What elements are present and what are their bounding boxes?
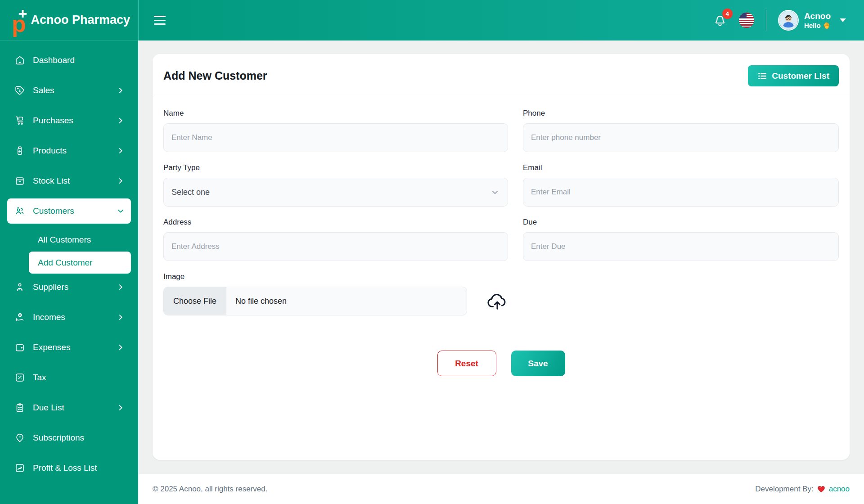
box-icon: [14, 176, 25, 186]
tag-icon: $: [14, 85, 25, 96]
chevron-right-icon: [117, 147, 125, 155]
heart-icon: [817, 485, 826, 494]
topbar-right: 4: [713, 10, 846, 31]
coin-hand-icon: $: [14, 312, 25, 323]
file-status: No file chosen: [226, 287, 296, 315]
copyright-text: © 2025 Acnoo, all rights reserved.: [153, 485, 267, 494]
page-title: Add New Customer: [163, 69, 267, 82]
choose-file-button[interactable]: Choose File: [164, 287, 226, 315]
email-input[interactable]: [523, 178, 839, 207]
party-type-value: Select one: [171, 188, 210, 197]
app-window: p + Acnoo Pharmacy Dashboard$SalesPurcha…: [0, 0, 864, 504]
save-button[interactable]: Save: [511, 351, 565, 376]
sidebar-item-label: Products: [33, 146, 67, 156]
sidebar-item-dashboard[interactable]: Dashboard: [7, 48, 131, 73]
language-flag-us-icon[interactable]: [739, 13, 754, 28]
sidebar-item-label: Dashboard: [33, 55, 75, 65]
user-name: Acnoo: [804, 11, 831, 22]
pin-tag-icon: [14, 432, 25, 443]
party-type-select[interactable]: Select one: [163, 178, 508, 207]
address-input[interactable]: [163, 232, 508, 261]
email-field-group: Email: [523, 163, 839, 207]
acnoo-logo-icon: p +: [12, 8, 26, 33]
sidebar-item-suppliers[interactable]: Suppliers: [7, 274, 131, 300]
sidebar-subitem-all-customers[interactable]: All Customers: [29, 229, 131, 251]
home-icon: [14, 55, 25, 66]
brand-name: Acnoo Pharmacy: [31, 13, 130, 27]
svg-text:$: $: [19, 314, 21, 317]
due-field-group: Due: [523, 218, 839, 261]
add-customer-card: Add New Customer Customer List Name: [153, 54, 850, 460]
sidebar-item-customers[interactable]: Customers: [7, 198, 131, 224]
sidebar-item-profit-loss-list[interactable]: Profit & Loss List: [7, 455, 131, 481]
chevron-right-icon: [117, 86, 125, 94]
name-label: Name: [163, 109, 508, 118]
card-header: Add New Customer Customer List: [153, 54, 850, 97]
party-type-label: Party Type: [163, 163, 508, 172]
chevron-right-icon: [117, 117, 125, 125]
trolley-icon: [14, 115, 25, 126]
sidebar-item-label: Suppliers: [33, 282, 68, 292]
sidebar-item-expenses[interactable]: Expenses: [7, 335, 131, 360]
sidebar-item-label: Expenses: [33, 342, 70, 352]
footer: © 2025 Acnoo, all rights reserved. Devel…: [138, 474, 864, 504]
reset-button[interactable]: Reset: [437, 351, 496, 376]
form-actions: Reset Save: [163, 351, 839, 376]
sidebar-item-label: Tax: [33, 373, 46, 382]
svg-text:$: $: [19, 89, 21, 93]
address-label: Address: [163, 218, 508, 227]
development-by-text: Development By:: [755, 485, 813, 494]
bottle-icon: [14, 145, 25, 156]
sidebar: p + Acnoo Pharmacy Dashboard$SalesPurcha…: [0, 0, 138, 504]
sidebar-item-purchases[interactable]: Purchases: [7, 108, 131, 133]
hamburger-menu-icon[interactable]: [151, 13, 168, 27]
due-input[interactable]: [523, 232, 839, 261]
chevron-down-icon: [117, 207, 125, 215]
file-input[interactable]: Choose File No file chosen: [163, 287, 467, 315]
wave-hand-icon: [822, 21, 831, 30]
avatar: [778, 10, 799, 31]
chevron-right-icon: [117, 343, 125, 351]
user-menu[interactable]: Acnoo Hello: [778, 10, 846, 31]
customer-list-button[interactable]: Customer List: [748, 65, 839, 86]
name-input[interactable]: [163, 123, 508, 152]
sidebar-item-sales[interactable]: $Sales: [7, 78, 131, 103]
party-type-field-group: Party Type Select one: [163, 163, 508, 207]
phone-label: Phone: [523, 109, 839, 118]
sidebar-subitem-add-customer[interactable]: Add Customer: [29, 252, 131, 274]
developer-link[interactable]: acnoo: [829, 485, 850, 494]
phone-field-group: Phone: [523, 109, 839, 152]
chevron-right-icon: [117, 313, 125, 321]
content-column: 4: [138, 0, 864, 504]
cloud-upload-icon[interactable]: [486, 290, 508, 312]
users-icon: [14, 206, 25, 216]
address-field-group: Address: [163, 218, 508, 261]
sidebar-nav: Dashboard$SalesPurchasesProductsStock Li…: [0, 40, 138, 504]
sidebar-item-subscriptions[interactable]: Subscriptions: [7, 425, 131, 450]
topbar: 4: [138, 0, 864, 40]
phone-input[interactable]: [523, 123, 839, 152]
sidebar-item-incomes[interactable]: $Incomes: [7, 305, 131, 330]
sidebar-item-due-list[interactable]: Due List: [7, 395, 131, 420]
chevron-right-icon: [117, 177, 125, 185]
sidebar-item-label: Profit & Loss List: [33, 463, 97, 473]
notifications-button[interactable]: 4: [713, 13, 727, 27]
chevron-right-icon: [117, 404, 125, 412]
sidebar-item-label: Purchases: [33, 116, 73, 126]
card-body: Name Phone Party Type Select one: [153, 97, 850, 388]
sidebar-item-label: Incomes: [33, 312, 65, 322]
wallet-icon: [14, 342, 25, 353]
name-field-group: Name: [163, 109, 508, 152]
image-field-group: Image Choose File No file chosen: [163, 272, 508, 315]
sidebar-item-stock-list[interactable]: Stock List: [7, 168, 131, 194]
list-icon: [757, 71, 767, 81]
sidebar-item-label: Customers: [33, 206, 74, 216]
chevron-down-icon: [490, 187, 500, 197]
main-content: Add New Customer Customer List Name: [138, 40, 864, 474]
sidebar-item-label: Sales: [33, 86, 54, 95]
sidebar-item-products[interactable]: Products: [7, 138, 131, 163]
sidebar-item-tax[interactable]: Tax: [7, 365, 131, 390]
topbar-divider: [766, 10, 766, 31]
sidebar-item-label: Stock List: [33, 176, 70, 186]
sidebar-item-label: Subscriptions: [33, 433, 84, 443]
